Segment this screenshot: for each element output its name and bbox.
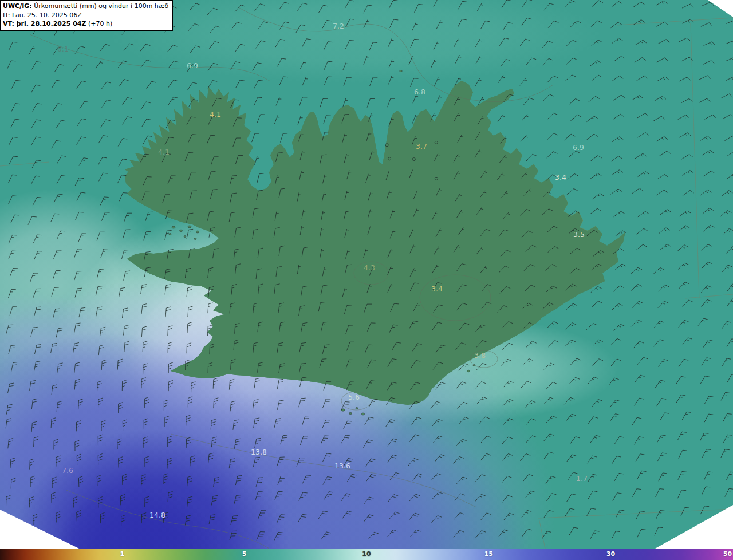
precip-value-label: 3.5: [573, 230, 585, 239]
precip-value-label: 6.9: [187, 61, 198, 70]
precip-value-label: 7.6: [62, 466, 73, 475]
precip-value-label: 3.8: [474, 351, 486, 360]
precip-value-label: 3.7: [416, 142, 427, 151]
init-time: IT: Lau. 25. 10. 2025 06Z: [3, 11, 168, 20]
precip-value-label: 4.3: [364, 263, 375, 272]
precip-value-label: 3.4: [555, 173, 566, 182]
precip-value-label: 4.1: [210, 110, 221, 119]
model-name: UWC/IG:: [3, 2, 32, 10]
title-line-model: UWC/IG: Úrkomumætti (mm) og vindur í 100…: [3, 2, 168, 11]
valid-time: VT: þri. 28.10.2025 04Z (+70 h): [3, 19, 168, 29]
precip-value-label: 3.4: [431, 285, 443, 293]
precip-value-label: 14.8: [149, 511, 165, 519]
map-canvas: 6.16.97.26.84.14.13.76.93.43.54.33.43.85…: [0, 0, 733, 549]
precip-value-label: 13.6: [334, 462, 350, 470]
precip-value-label: 7.2: [333, 22, 344, 30]
weather-map-app: 6.16.97.26.84.14.13.76.93.43.54.33.43.85…: [0, 0, 733, 560]
title-box: UWC/IG: Úrkomumætti (mm) og vindur í 100…: [0, 0, 173, 31]
valid-time-bold: VT: þri. 28.10.2025 04Z: [3, 20, 86, 27]
product-title: Úrkomumætti (mm) og vindur í 100m hæð: [32, 2, 169, 10]
precip-value-label: 6.8: [414, 88, 425, 96]
precip-value-label: 5.6: [348, 393, 360, 401]
colorbar-gradient: [0, 549, 733, 560]
precip-value-label: 6.9: [573, 143, 584, 152]
colorbar: 1510153050: [0, 549, 733, 560]
valid-time-offset: (+70 h): [86, 20, 112, 27]
precip-value-label: 4.1: [158, 148, 170, 156]
precip-value-label: 13.8: [251, 448, 267, 456]
precip-value-label: 6.1: [57, 45, 69, 53]
precip-value-label: 1.7: [576, 474, 588, 483]
